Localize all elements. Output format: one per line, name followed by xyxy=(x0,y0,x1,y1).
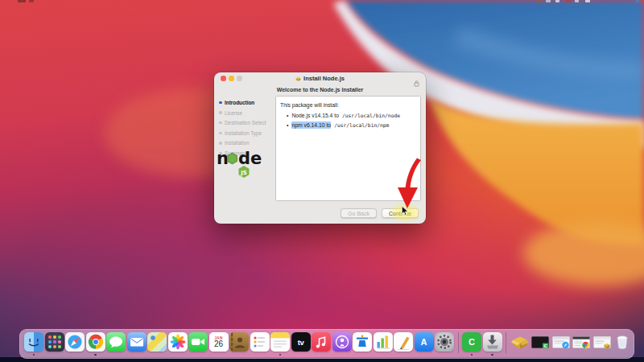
dock-icon-package[interactable] xyxy=(510,332,530,356)
dock-icon-messages[interactable] xyxy=(106,332,126,356)
package-intro-text: This package will install: xyxy=(280,101,416,109)
dock-icon-win-safari[interactable] xyxy=(551,332,571,356)
sidebar-step-installation-type: Installation Type xyxy=(219,130,275,136)
mouse-cursor-icon xyxy=(401,205,410,216)
numbers-icon xyxy=(374,332,393,352)
package-icon xyxy=(510,332,530,352)
lock-icon xyxy=(414,76,419,82)
chrome-icon xyxy=(86,332,105,352)
launchpad-icon xyxy=(45,332,64,352)
podcasts-icon xyxy=(332,332,352,352)
tv-icon: tv xyxy=(291,332,311,352)
finder-icon xyxy=(24,332,43,352)
installer-icon xyxy=(483,332,502,352)
installer-header: Welcome to the Node.js Installer xyxy=(214,84,426,96)
dock-icon-win-chrome[interactable] xyxy=(572,332,591,356)
dock-separator xyxy=(506,332,506,353)
photos-icon xyxy=(168,332,188,352)
step-dot-icon xyxy=(219,121,222,125)
package-item: •npm v6.14.10 to /usr/local/bin/npm xyxy=(287,121,416,129)
mail-icon xyxy=(127,332,147,352)
win-safari-icon xyxy=(551,332,571,352)
running-indicator-dot xyxy=(491,354,493,356)
window-title: Install Node.js xyxy=(214,75,426,82)
installer-window: Install Node.js Welcome to the Node.js I… xyxy=(214,72,426,224)
desktop: Install Node.js Welcome to the Node.js I… xyxy=(0,0,644,362)
go-back-button[interactable]: Go Back xyxy=(341,208,377,218)
dock-icon-safari[interactable] xyxy=(65,332,85,356)
dock-icon-keynote[interactable] xyxy=(353,332,372,356)
dock-icon-contacts[interactable] xyxy=(229,332,249,356)
installer-content-pane: This package will install: •Node.js v14.… xyxy=(275,96,421,201)
installer-box-icon xyxy=(295,76,301,80)
safari-icon xyxy=(65,332,85,352)
dock-icon-tv[interactable]: tv xyxy=(291,332,311,356)
music-icon xyxy=(312,332,331,352)
running-indicator-dot xyxy=(33,354,35,356)
keynote-icon xyxy=(353,332,372,352)
dock: JAN26tvACC xyxy=(19,329,634,359)
dock-icon-music[interactable] xyxy=(312,332,331,356)
nodejs-logo: n de JS xyxy=(215,143,265,180)
dock-icon-installer[interactable] xyxy=(483,332,502,356)
dock-separator xyxy=(458,332,459,353)
dock-icon-trash[interactable] xyxy=(613,332,632,356)
win-camtasia-icon: C xyxy=(530,332,550,352)
dock-icon-pages[interactable] xyxy=(394,332,413,356)
notes-icon xyxy=(270,332,290,352)
dock-icon-calendar[interactable]: JAN26 xyxy=(209,332,229,356)
dock-icon-launchpad[interactable] xyxy=(45,332,64,356)
contacts-icon xyxy=(229,332,249,352)
sidebar-step-destination-select: Destination Select xyxy=(219,120,275,125)
svg-text:JS: JS xyxy=(240,170,247,176)
running-indicator-dot xyxy=(279,354,282,356)
appstore-icon: A xyxy=(415,332,434,352)
window-titlebar[interactable]: Install Node.js xyxy=(214,72,426,84)
trash-icon xyxy=(613,332,632,352)
sysprefs-icon xyxy=(435,332,454,352)
facetime-icon xyxy=(188,332,208,352)
pages-icon xyxy=(394,332,413,352)
dock-icon-win-camtasia[interactable]: C xyxy=(530,332,550,356)
dock-icon-chrome[interactable] xyxy=(86,332,105,356)
dock-icon-sysprefs[interactable] xyxy=(435,332,454,356)
sidebar-step-introduction: Introduction xyxy=(219,100,275,105)
step-dot-icon xyxy=(219,101,222,105)
package-item: •Node.js v14.15.4 to /usr/local/bin/node xyxy=(287,112,416,119)
win-chrome-icon xyxy=(572,332,591,352)
dock-icon-win-installer[interactable] xyxy=(592,332,612,356)
package-install-list: •Node.js v14.15.4 to /usr/local/bin/node… xyxy=(280,112,416,129)
reminders-icon xyxy=(250,332,270,352)
calendar-icon: JAN26 xyxy=(209,332,229,352)
svg-text:C: C xyxy=(543,343,547,348)
dock-icon-notes[interactable] xyxy=(270,332,290,356)
dock-icon-facetime[interactable] xyxy=(188,332,208,356)
running-indicator-dot xyxy=(471,354,473,356)
dock-icon-podcasts[interactable] xyxy=(332,332,352,356)
dock-icon-reminders[interactable] xyxy=(250,332,270,356)
svg-text:n: n xyxy=(217,149,229,168)
win-installer-icon xyxy=(592,332,612,352)
step-dot-icon xyxy=(219,132,222,135)
dock-icon-numbers[interactable] xyxy=(374,332,393,356)
dock-icon-finder[interactable] xyxy=(24,332,43,356)
dock-icon-appstore[interactable]: A xyxy=(415,332,434,356)
messages-icon xyxy=(106,332,126,352)
step-dot-icon xyxy=(219,111,222,114)
maps-icon xyxy=(147,332,167,352)
dock-icon-camtasia[interactable]: C xyxy=(462,332,481,356)
sidebar-step-license: License xyxy=(219,110,275,116)
dock-icon-maps[interactable] xyxy=(147,332,167,356)
camtasia-icon: C xyxy=(462,332,481,352)
running-indicator-dot xyxy=(94,354,97,356)
svg-text:de: de xyxy=(238,149,262,168)
dock-icon-mail[interactable] xyxy=(127,332,147,356)
dock-icon-photos[interactable] xyxy=(168,332,188,356)
